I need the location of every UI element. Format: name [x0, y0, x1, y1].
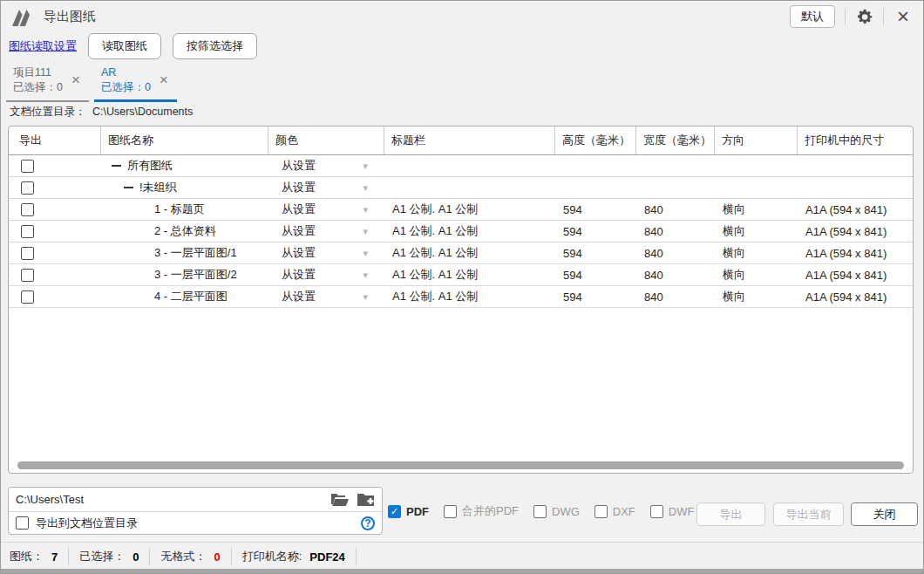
- color-value: 从设置: [282, 202, 316, 217]
- format-dxf-checkbox[interactable]: DXF: [594, 505, 635, 518]
- tab-selected-count: 已选择：0: [13, 80, 63, 95]
- status-separator: [149, 548, 150, 565]
- row-width-mm: 840: [635, 225, 714, 238]
- color-value: 从设置: [282, 245, 316, 261]
- row-printer-size: A1A (594 x 841): [797, 247, 913, 260]
- row-export-checkbox[interactable]: [21, 247, 34, 260]
- settings-gear-icon[interactable]: [855, 8, 873, 26]
- row-orientation: 横向: [714, 267, 797, 283]
- row-height-mm: 594: [554, 269, 635, 282]
- format-label: PDF: [406, 505, 429, 518]
- browse-folder-icon[interactable]: [330, 493, 349, 507]
- color-value: 从设置: [282, 180, 316, 195]
- color-value: 从设置: [282, 223, 316, 239]
- row-color-dropdown[interactable]: 从设置▾: [268, 180, 384, 195]
- project-tabs: 项目111 已选择：0 × AR 已选择：0 ×: [6, 63, 177, 102]
- table-row[interactable]: !未组织从设置▾: [9, 177, 913, 199]
- format-pdf-checkbox[interactable]: ✓PDF: [388, 505, 429, 518]
- horizontal-scrollbar[interactable]: [17, 461, 904, 469]
- row-title-block: A1 公制. A1 公制: [384, 267, 554, 283]
- format-dwf-checkbox[interactable]: DWF: [650, 505, 695, 518]
- row-orientation: 横向: [714, 223, 797, 239]
- collapse-icon[interactable]: [124, 187, 133, 188]
- tab-ar[interactable]: AR 已选择：0 ×: [94, 63, 177, 102]
- export-to-doc-location-checkbox[interactable]: [16, 516, 29, 530]
- row-export-checkbox[interactable]: [21, 160, 34, 173]
- drawing-name-label: !未组织: [139, 180, 177, 195]
- chevron-down-icon[interactable]: ▾: [363, 291, 368, 303]
- row-export-cell: [9, 160, 100, 173]
- row-color-dropdown[interactable]: 从设置▾: [268, 158, 384, 174]
- table-row[interactable]: 3 - 一层平面图/2从设置▾A1 公制. A1 公制594840横向A1A (…: [9, 264, 913, 286]
- checkbox[interactable]: [594, 505, 608, 518]
- drawing-name-label: 所有图纸: [127, 158, 173, 174]
- tab-project-111[interactable]: 项目111 已选择：0 ×: [6, 63, 89, 102]
- row-export-cell: [9, 269, 100, 282]
- column-header-printer-size: 打印机中的尺寸: [797, 126, 913, 154]
- collapse-icon[interactable]: [112, 165, 121, 167]
- format-dwg-checkbox[interactable]: DWG: [533, 505, 580, 518]
- export-to-doc-location-label: 导出到文档位置目录: [36, 516, 138, 531]
- export-current-button[interactable]: 导出当前: [773, 502, 844, 526]
- row-export-checkbox[interactable]: [21, 181, 34, 195]
- help-icon[interactable]: ?: [361, 516, 375, 530]
- chevron-down-icon[interactable]: ▾: [363, 204, 368, 215]
- row-drawing-name: 1 - 标题页: [100, 202, 268, 217]
- row-export-checkbox[interactable]: [21, 203, 34, 216]
- row-printer-size: A1A (594 x 841): [797, 203, 913, 216]
- output-path-box: C:\Users\Test 导出到文档位置目录 ?: [8, 487, 383, 535]
- row-export-cell: [9, 181, 100, 195]
- table-row[interactable]: 所有图纸从设置▾: [9, 155, 913, 177]
- row-export-cell: [9, 247, 100, 260]
- checkbox[interactable]: [650, 505, 663, 518]
- drawing-read-settings-link[interactable]: 图纸读取设置: [9, 38, 77, 54]
- status-no-format-count: 无格式：0: [160, 549, 220, 564]
- row-orientation: 横向: [714, 202, 797, 217]
- checkbox[interactable]: ✓: [388, 505, 401, 518]
- default-button[interactable]: 默认: [790, 5, 835, 28]
- drawing-name-label: 4 - 二层平面图: [154, 289, 228, 304]
- chevron-down-icon[interactable]: ▾: [363, 182, 368, 194]
- scrollbar-thumb[interactable]: [17, 461, 904, 469]
- status-selected-count: 已选择：0: [79, 549, 139, 564]
- output-path-input[interactable]: C:\Users\Test: [16, 493, 323, 506]
- chevron-down-icon[interactable]: ▾: [363, 270, 368, 281]
- color-value: 从设置: [282, 267, 316, 283]
- table-row[interactable]: 2 - 总体资料从设置▾A1 公制. A1 公制594840横向A1A (594…: [9, 221, 913, 243]
- row-drawing-name: 3 - 一层平面图/1: [100, 245, 268, 261]
- row-drawing-name: 4 - 二层平面图: [100, 289, 268, 304]
- format-合并的pdf-checkbox[interactable]: 合并的PDF: [444, 503, 519, 519]
- checkbox[interactable]: [533, 505, 547, 518]
- chevron-down-icon[interactable]: ▾: [363, 226, 368, 237]
- row-export-cell: [9, 203, 100, 216]
- table-row[interactable]: 1 - 标题页从设置▾A1 公制. A1 公制594840横向A1A (594 …: [9, 199, 913, 221]
- tab-close-icon[interactable]: ×: [160, 75, 168, 85]
- row-export-checkbox[interactable]: [21, 290, 34, 304]
- table-row[interactable]: 4 - 二层平面图从设置▾A1 公制. A1 公制594840横向A1A (59…: [9, 286, 913, 308]
- tab-close-icon[interactable]: ×: [71, 75, 80, 85]
- select-by-filter-button[interactable]: 按筛选选择: [173, 33, 257, 59]
- row-color-dropdown[interactable]: 从设置▾: [268, 289, 384, 304]
- color-value: 从设置: [282, 158, 316, 174]
- export-button[interactable]: 导出: [696, 502, 765, 526]
- row-drawing-name: !未组织: [100, 180, 268, 195]
- column-header-width: 宽度（毫米）: [635, 126, 714, 154]
- chevron-down-icon[interactable]: ▾: [363, 248, 368, 259]
- row-color-dropdown[interactable]: 从设置▾: [268, 223, 384, 239]
- document-location: 文档位置目录： C:\Users\Documents: [10, 105, 193, 120]
- row-color-dropdown[interactable]: 从设置▾: [268, 267, 384, 283]
- statusbar: 图纸：7 已选择：0 无格式：0 打印机名称:PDF24: [1, 542, 923, 571]
- read-drawings-button[interactable]: 读取图纸: [88, 33, 161, 59]
- column-header-color: 颜色: [268, 126, 384, 154]
- row-orientation: 横向: [714, 245, 797, 261]
- row-color-dropdown[interactable]: 从设置▾: [268, 202, 384, 217]
- row-export-checkbox[interactable]: [21, 225, 34, 238]
- row-export-checkbox[interactable]: [21, 269, 34, 282]
- table-row[interactable]: 3 - 一层平面图/1从设置▾A1 公制. A1 公制594840横向A1A (…: [9, 243, 913, 264]
- close-icon[interactable]: ×: [893, 8, 913, 25]
- row-color-dropdown[interactable]: 从设置▾: [268, 245, 384, 261]
- close-button[interactable]: 关闭: [851, 502, 918, 526]
- chevron-down-icon[interactable]: ▾: [363, 161, 368, 172]
- new-folder-icon[interactable]: [357, 493, 375, 507]
- checkbox[interactable]: [444, 505, 457, 518]
